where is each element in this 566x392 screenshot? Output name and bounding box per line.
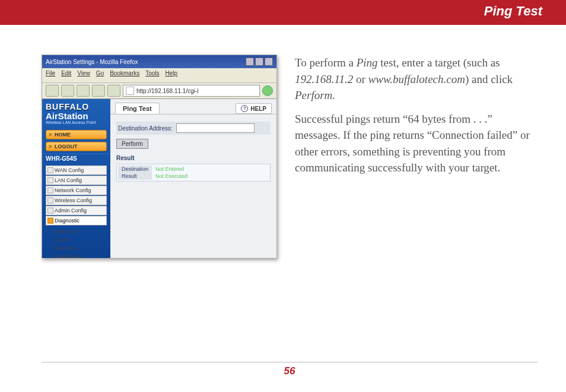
menu-diagnostic[interactable]: Diagnostic — [46, 216, 107, 225]
t: To perform a — [295, 56, 357, 69]
url-text: http://192.168.11.1/cgi-l — [136, 88, 199, 94]
go-button[interactable] — [262, 85, 273, 96]
menu-bookmarks[interactable]: Bookmarks — [110, 70, 139, 81]
menu-tools[interactable]: Tools — [145, 70, 159, 81]
page-number: 56 — [42, 365, 538, 377]
page-body: AirStation Settings - Mozilla Firefox Fi… — [0, 25, 566, 270]
t: or — [353, 73, 368, 85]
menu-file[interactable]: File — [46, 70, 55, 81]
sub-client-monitor[interactable]: Client Monitor — [53, 253, 107, 259]
browser-menubar[interactable]: File Edit View Go Bookmarks Tools Help — [42, 68, 276, 83]
result-heading: Result — [116, 155, 271, 161]
window-title: AirStation Settings - Mozilla Firefox — [46, 59, 138, 65]
form-panel: Destination Address: Perform Result Dest… — [110, 114, 276, 189]
menu-wireless-config[interactable]: Wireless Config — [46, 196, 107, 205]
window-control-icons[interactable] — [246, 58, 273, 66]
address-bar[interactable]: http://192.168.11.1/cgi-l — [123, 85, 260, 97]
instruction-text: To perform a Ping test, enter a target (… — [295, 55, 535, 259]
menu-help[interactable]: Help — [166, 70, 178, 81]
embedded-screenshot: AirStation Settings - Mozilla Firefox Fi… — [42, 55, 277, 259]
destination-input[interactable] — [176, 123, 255, 133]
brand-tagline: Wireless LAN Access Point — [46, 120, 107, 125]
menu-go[interactable]: Go — [96, 70, 104, 81]
t: test, enter a target (such as — [378, 56, 500, 69]
t: Ping — [357, 56, 378, 69]
destination-row: Destination Address: — [116, 122, 271, 135]
diagnostic-submenu: System Info Log Info Packet Info Client … — [53, 228, 107, 259]
page-header: Ping Test — [0, 0, 566, 25]
page-footer: 56 — [42, 362, 538, 377]
browser-toolbar: http://192.168.11.1/cgi-l — [42, 83, 276, 99]
back-button[interactable] — [46, 85, 59, 97]
destination-label: Destination Address: — [118, 125, 173, 132]
minimize-icon[interactable] — [246, 58, 254, 66]
brand-logo: BUFFALO — [46, 102, 107, 111]
main-panel: Ping Test HELP Destination Address: Perf… — [110, 99, 276, 259]
perform-button[interactable]: Perform — [116, 139, 148, 149]
page-title: Ping Test — [484, 4, 542, 19]
stop-button[interactable] — [92, 85, 105, 97]
menu-network-config[interactable]: Network Config — [46, 186, 107, 195]
page-content: BUFFALO AirStation Wireless LAN Access P… — [42, 99, 276, 259]
result-res-value: Not Executed — [152, 173, 191, 180]
result-dest-label: Destination — [118, 165, 152, 173]
result-dest-value: Not Entered — [152, 165, 191, 173]
forward-button[interactable] — [61, 85, 74, 97]
result-res-label: Result — [118, 173, 152, 180]
help-button[interactable]: HELP — [236, 103, 272, 114]
result-table: Destination Not Entered Result Not Execu… — [116, 164, 271, 181]
sub-log-info[interactable]: Log Info — [53, 236, 107, 244]
footer-divider — [42, 362, 538, 363]
menu-admin-config[interactable]: Admin Config — [46, 206, 107, 215]
sub-packet-info[interactable]: Packet Info — [53, 244, 107, 253]
reload-button[interactable] — [77, 85, 90, 97]
home-button[interactable] — [107, 85, 120, 97]
window-titlebar: AirStation Settings - Mozilla Firefox — [42, 55, 276, 68]
close-icon[interactable] — [265, 58, 273, 66]
t: Perform. — [295, 89, 335, 101]
model-label: WHR-G54S — [42, 154, 110, 163]
brand-block: BUFFALO AirStation Wireless LAN Access P… — [42, 99, 110, 128]
tab-ping-test[interactable]: Ping Test — [115, 103, 160, 114]
menu-view[interactable]: View — [77, 70, 90, 81]
tab-row: Ping Test HELP — [110, 99, 276, 114]
t: 192.168.11.2 — [295, 73, 353, 85]
brand-product: AirStation — [46, 111, 107, 120]
menu-edit[interactable]: Edit — [61, 70, 71, 81]
paragraph-2: Successful pings return “64 bytes from .… — [295, 111, 535, 176]
logout-link[interactable]: LOGOUT — [46, 142, 107, 151]
home-link[interactable]: HOME — [46, 130, 107, 139]
maximize-icon[interactable] — [255, 58, 263, 66]
sub-system-info[interactable]: System Info — [53, 228, 107, 236]
t: ) and click — [465, 73, 513, 85]
paragraph-1: To perform a Ping test, enter a target (… — [295, 55, 535, 104]
menu-wan-config[interactable]: WAN Config — [46, 165, 107, 175]
t: www.buffalotech.com — [368, 73, 465, 85]
nav-menu: WAN Config LAN Config Network Config Wir… — [46, 165, 107, 225]
sidebar: BUFFALO AirStation Wireless LAN Access P… — [42, 99, 110, 259]
menu-lan-config[interactable]: LAN Config — [46, 176, 107, 185]
